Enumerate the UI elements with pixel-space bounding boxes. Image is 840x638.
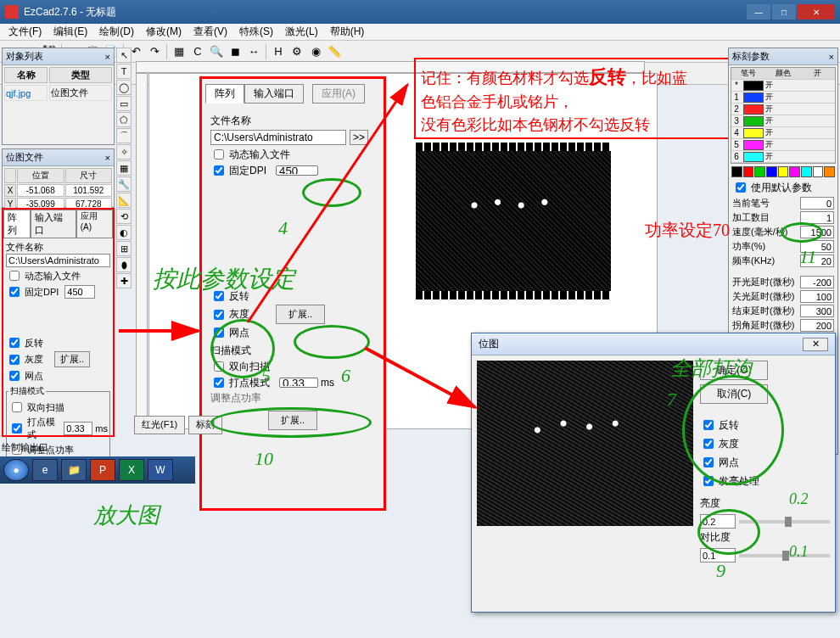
- toolbar-button[interactable]: ◼: [227, 43, 244, 60]
- cr-ext1-button[interactable]: 扩展..: [276, 305, 325, 324]
- modal-bright-input[interactable]: [700, 514, 736, 529]
- cr-filename-input[interactable]: [210, 130, 346, 145]
- pen-row[interactable]: 2开: [731, 104, 835, 115]
- task-word[interactable]: W: [148, 459, 173, 481]
- close-button[interactable]: ✕: [798, 4, 835, 20]
- zl-dotmode-checkbox[interactable]: [12, 423, 22, 434]
- cr-dot-checkbox[interactable]: [214, 327, 224, 338]
- menu-file[interactable]: 文件(F): [3, 25, 47, 39]
- menu-laser[interactable]: 激光(L): [280, 25, 323, 39]
- draw-tool-button[interactable]: T: [116, 64, 132, 79]
- toolbar-button[interactable]: ⚙: [288, 43, 305, 60]
- right-close-icon[interactable]: ×: [829, 52, 834, 62]
- draw-tool-button[interactable]: ◯: [116, 80, 132, 95]
- end-delay-input[interactable]: [800, 305, 834, 317]
- palette-swatch[interactable]: [801, 166, 812, 177]
- cr-dotval-input[interactable]: [279, 378, 318, 388]
- menu-special[interactable]: 特殊(S): [234, 25, 278, 39]
- draw-tool-button[interactable]: ✚: [116, 273, 132, 288]
- count-input[interactable]: [800, 211, 834, 224]
- zl-dynamic-checkbox[interactable]: [9, 271, 20, 281]
- palette-swatch[interactable]: [824, 166, 835, 177]
- palette-swatch[interactable]: [743, 166, 754, 177]
- pos-w[interactable]: 101.592: [65, 184, 113, 197]
- poly-delay-input[interactable]: [800, 319, 834, 332]
- speed-input[interactable]: [800, 226, 834, 238]
- zl-biscan-checkbox[interactable]: [12, 402, 22, 412]
- zl-tab-array[interactable]: 阵列: [3, 210, 31, 238]
- pen-row[interactable]: 6开: [731, 151, 835, 163]
- menu-edit[interactable]: 编辑(E): [48, 25, 92, 39]
- mark-button[interactable]: 标刻: [188, 416, 222, 434]
- modal-close-button[interactable]: ✕: [803, 338, 828, 351]
- cr-apply-button[interactable]: 应用(A): [312, 84, 365, 104]
- cr-dpi-input[interactable]: [276, 165, 318, 176]
- toolbar-button[interactable]: H: [270, 43, 287, 60]
- start-button[interactable]: ●: [3, 459, 29, 481]
- palette-swatch[interactable]: [731, 166, 742, 177]
- use-default-checkbox[interactable]: [736, 182, 746, 193]
- modal-ok-button[interactable]: 确定(O): [700, 361, 768, 380]
- cr-gray-checkbox[interactable]: [214, 310, 224, 320]
- modal-bright-checkbox[interactable]: [703, 476, 714, 486]
- zl-dpi-input[interactable]: [64, 285, 95, 299]
- objlist-row[interactable]: qjf.jpg位图文件: [4, 85, 112, 101]
- cr-fixdpi-checkbox[interactable]: [214, 165, 224, 176]
- draw-tool-button[interactable]: ⬠: [116, 112, 132, 127]
- toolbar-button[interactable]: ↔: [245, 43, 262, 60]
- draw-tool-button[interactable]: ▭: [116, 96, 132, 111]
- modal-bright-slider[interactable]: [739, 520, 830, 523]
- draw-tool-button[interactable]: ✧: [116, 144, 132, 160]
- power-input[interactable]: [800, 240, 834, 253]
- toolbar-button[interactable]: ↷: [146, 43, 163, 60]
- task-ie[interactable]: e: [32, 459, 58, 481]
- off-delay-input[interactable]: [800, 290, 834, 303]
- draw-tool-button[interactable]: ⌒: [116, 128, 132, 143]
- freq-input[interactable]: [800, 255, 834, 267]
- pos-x[interactable]: -51.068: [17, 184, 64, 197]
- cr-invert-checkbox[interactable]: [214, 291, 224, 301]
- draw-tool-button[interactable]: ◐: [116, 225, 132, 240]
- palette-swatch[interactable]: [766, 166, 777, 177]
- zl-apply-button[interactable]: 应用(A): [76, 210, 113, 238]
- pen-row[interactable]: 5开: [731, 139, 835, 151]
- maximize-button[interactable]: □: [772, 4, 796, 20]
- pen-row[interactable]: 1开: [731, 92, 835, 104]
- cr-tab-input[interactable]: 输入端口: [244, 84, 304, 104]
- palette-swatch[interactable]: [778, 166, 789, 177]
- cr-tab-array[interactable]: 阵列: [205, 84, 244, 104]
- menu-modify[interactable]: 修改(M): [141, 25, 187, 39]
- cr-dotmode-checkbox[interactable]: [214, 378, 224, 388]
- position-close-icon[interactable]: ×: [105, 153, 110, 163]
- draw-tool-button[interactable]: ▦: [116, 160, 132, 176]
- pen-row[interactable]: 4开: [731, 127, 835, 139]
- object-list-close-icon[interactable]: ×: [105, 52, 110, 62]
- canvas-image-preview[interactable]: [416, 143, 611, 299]
- draw-tool-button[interactable]: 🔧: [116, 176, 132, 192]
- modal-contrast-input[interactable]: [700, 548, 736, 562]
- draw-tool-button[interactable]: ⊞: [116, 241, 132, 256]
- task-excel[interactable]: X: [119, 459, 144, 481]
- redlight-button[interactable]: 红光(F1): [134, 416, 185, 434]
- toolbar-button[interactable]: 🔍: [208, 43, 225, 60]
- pen-color-list[interactable]: 笔号颜色开*开1开2开3开4开5开6开: [731, 67, 836, 164]
- zl-gray-checkbox[interactable]: [9, 355, 20, 365]
- menu-draw[interactable]: 绘制(D): [94, 25, 139, 39]
- cr-ext2-button[interactable]: 扩展..: [268, 411, 317, 430]
- cr-biscan-checkbox[interactable]: [214, 361, 224, 372]
- modal-gray-checkbox[interactable]: [703, 439, 714, 449]
- toolbar-button[interactable]: 📏: [326, 43, 343, 60]
- palette-swatch[interactable]: [789, 166, 800, 177]
- palette-swatch[interactable]: [813, 166, 824, 177]
- pen-row[interactable]: 3开: [731, 115, 835, 127]
- task-powerpoint[interactable]: P: [90, 459, 115, 481]
- cr-browse-button[interactable]: >>: [350, 130, 368, 145]
- zl-invert-checkbox[interactable]: [9, 338, 20, 348]
- zl-fixdpi-checkbox[interactable]: [9, 287, 20, 297]
- palette-swatch[interactable]: [754, 166, 765, 177]
- draw-tool-button[interactable]: ⟲: [116, 209, 132, 224]
- modal-contrast-slider[interactable]: [739, 554, 830, 557]
- palette-row[interactable]: [731, 166, 835, 177]
- draw-tool-button[interactable]: ↖: [116, 48, 132, 63]
- toolbar-button[interactable]: C: [189, 43, 206, 60]
